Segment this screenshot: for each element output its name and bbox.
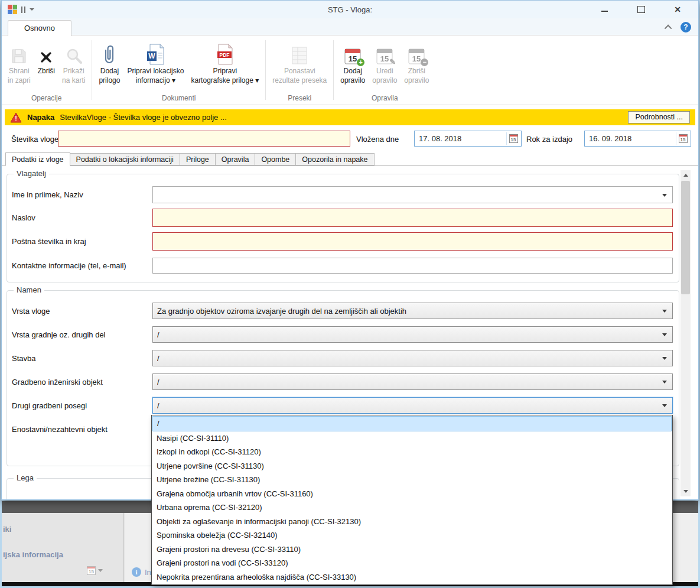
maximize-button[interactable] (633, 4, 649, 15)
svg-text:15: 15 (380, 54, 389, 63)
scroll-down-arrow[interactable] (681, 486, 691, 496)
rok-za-izdajo-datepicker[interactable]: 16. 09. 2018 15 (584, 131, 691, 147)
calendar-add-icon: 15 (344, 39, 362, 65)
save-and-close-button[interactable]: Shraniin zapri (4, 38, 34, 86)
word-doc-icon: W (146, 39, 164, 65)
minimize-button[interactable] (597, 4, 612, 15)
svg-text:15: 15 (412, 54, 421, 63)
show-on-map-button[interactable]: Prikažina karti (58, 38, 89, 86)
calendar-icon: 15 (509, 134, 518, 143)
enostavni-objekt-label: Enostavni/nezahtevni objekt (12, 425, 152, 434)
gradbeno-inzenirski-objekt-combobox[interactable]: / (152, 373, 673, 390)
dropdown-item[interactable]: Grajeni prostori na vodi (CC-SI-33120) (152, 556, 672, 570)
delete-task-button[interactable]: 15 Zbrišiopravilo (401, 38, 432, 86)
groupbox-vlagatelj: Vlagatelj Ime in priimek, Naziv Naslov P… (6, 174, 679, 282)
quick-access-dropdown-icon[interactable] (30, 8, 34, 11)
stavba-label: Stavba (12, 354, 152, 363)
svg-text:15: 15 (349, 54, 357, 63)
tab-opravila[interactable]: Opravila (215, 153, 256, 165)
tab-opombe[interactable]: Opombe (255, 153, 296, 165)
naslov-label: Naslov (12, 213, 152, 222)
stevilka-vloge-input[interactable] (58, 131, 350, 147)
dropdown-item[interactable]: Urbana oprema (CC-SI-32120) (152, 501, 672, 515)
help-icon[interactable] (681, 22, 691, 33)
kontakt-input[interactable] (152, 258, 673, 274)
window-title: STG - Vloga: (2, 5, 698, 14)
groupbox-title: Vlagatelj (14, 169, 49, 178)
ime-naziv-combobox[interactable] (152, 186, 673, 203)
ribbon: Shraniin zapri Zbriši Prikažina karti Op… (2, 35, 698, 105)
tab-podatki-iz-vloge[interactable]: Podatki iz vloge (5, 152, 70, 166)
details-button[interactable]: Podrobnosti ... (628, 111, 690, 124)
ribbon-group-preseki: Ponastavirezultate preseka Preseki (266, 35, 333, 105)
posta-label: Poštna številka in kraj (12, 237, 152, 246)
error-bar: ! Napaka StevilkaVloge - Številka vloge … (5, 109, 695, 125)
calendar-picker-button[interactable]: 15 (676, 132, 689, 145)
dropdown-item[interactable]: / (152, 416, 672, 431)
ribbon-group-label: Operacije (2, 94, 91, 105)
prepare-location-info-button[interactable]: W Pripravi lokacijskoinformacijo ▾ (123, 38, 187, 86)
background-info-text: In (145, 568, 151, 577)
groupbox-title: Lega (14, 473, 37, 482)
paperclip-icon (103, 39, 116, 65)
rok-za-izdajo-label: Rok za izdajo (526, 135, 572, 144)
collapse-ribbon-icon[interactable] (664, 22, 673, 32)
vlozena-dne-datepicker[interactable]: 17. 08. 2018 15 (414, 131, 522, 147)
chevron-down-icon (98, 569, 103, 572)
calendar-icon: 15 (679, 134, 688, 143)
ribbon-group-label: Opravila (334, 94, 435, 105)
prepare-map-attachments-button[interactable]: PDF Pripravikartografske priloge ▾ (187, 38, 262, 86)
app-icon (8, 5, 17, 14)
dropdown-item[interactable]: Grajena območja urbanih vrtov (CC-SI-311… (152, 487, 672, 501)
pin-icon[interactable] (21, 7, 25, 13)
dropdown-popup: / Nasipi (CC-SI-31110) Izkopi in odkopi … (151, 415, 673, 585)
background-sidebar: iki ijska informacija 15 (2, 513, 124, 582)
ribbon-tab-osnovno[interactable]: Osnovno (8, 20, 71, 36)
scroll-up-arrow[interactable] (681, 170, 691, 180)
ribbon-separator (333, 40, 334, 100)
dropdown-item[interactable]: Spominska obeležja (CC-SI-32140) (152, 528, 672, 542)
calendar-picker-button[interactable]: 15 (506, 132, 520, 145)
ribbon-group-label: Preseki (266, 94, 333, 105)
save-icon (10, 39, 28, 65)
warning-icon: ! (10, 112, 22, 123)
posta-input[interactable] (152, 232, 673, 251)
background-sidebar-item: ijska informacija (3, 550, 63, 559)
stavba-combobox[interactable]: / (152, 350, 673, 366)
dropdown-item[interactable]: Utrjene površine (CC-SI-31130) (152, 459, 672, 473)
vrsta-vloge-combobox[interactable]: Za gradnjo objektov oziroma izvajanje dr… (152, 303, 673, 319)
calendar-edit-icon: 15 (376, 39, 393, 65)
ime-naziv-label: Ime in priimek, Naziv (12, 190, 152, 199)
dropdown-item[interactable]: Nepokrita prezentirana arheološka najdiš… (152, 570, 672, 584)
tab-podatki-o-lokacijski-informaciji[interactable]: Podatki o lokacijski informaciji (70, 153, 180, 165)
dropdown-item[interactable]: Izkopi in odkopi (CC-SI-31120) (152, 445, 672, 459)
drugi-gradbeni-posegi-combobox[interactable]: / (152, 397, 673, 414)
ribbon-group-label: Dokumenti (93, 94, 265, 105)
tab-opozorila-in-napake[interactable]: Opozorila in napake (295, 153, 374, 165)
dropdown-item[interactable]: Nasipi (CC-SI-31110) (152, 431, 672, 446)
header-fields-row: Številka vloge Vložena dne 17. 08. 2018 … (2, 125, 698, 153)
chevron-down-icon (662, 333, 667, 336)
vrsta-gradnje-combobox[interactable]: / (152, 326, 673, 343)
add-attachment-button[interactable]: Dodajprilogo (95, 38, 123, 86)
add-task-button[interactable]: 15 Dodajopravilo (337, 38, 369, 86)
scrollbar-thumb[interactable] (681, 181, 690, 294)
dropdown-item[interactable]: Grajeni prostori na drevesu (CC-SI-33110… (152, 542, 672, 557)
naslov-input[interactable] (152, 209, 673, 227)
kontakt-label: Kontaktne informacije (tel, e-mail) (12, 261, 152, 270)
chevron-down-icon (662, 310, 667, 313)
reset-intersection-results-button[interactable]: Ponastavirezultate preseka (269, 38, 330, 86)
dropdown-item[interactable]: Objekti za oglaševanje in informacijski … (152, 515, 672, 529)
titlebar[interactable]: STG - Vloga: (2, 1, 698, 18)
form-tabstrip: Podatki iz vloge Podatki o lokacijski in… (2, 153, 698, 166)
background-info-row: In (132, 567, 151, 577)
svg-text:W: W (149, 52, 156, 60)
vertical-scrollbar[interactable] (681, 170, 691, 496)
tab-priloge[interactable]: Priloge (180, 153, 216, 165)
delete-button[interactable]: Zbriši (34, 38, 58, 77)
plus-badge-icon (357, 59, 364, 66)
close-button[interactable] (670, 4, 685, 15)
edit-task-button[interactable]: 15 Urediopravilo (369, 38, 401, 86)
dropdown-item[interactable]: Utrjene brežine (CC-SI-31130) (152, 473, 672, 487)
ribbon-separator (265, 40, 266, 100)
